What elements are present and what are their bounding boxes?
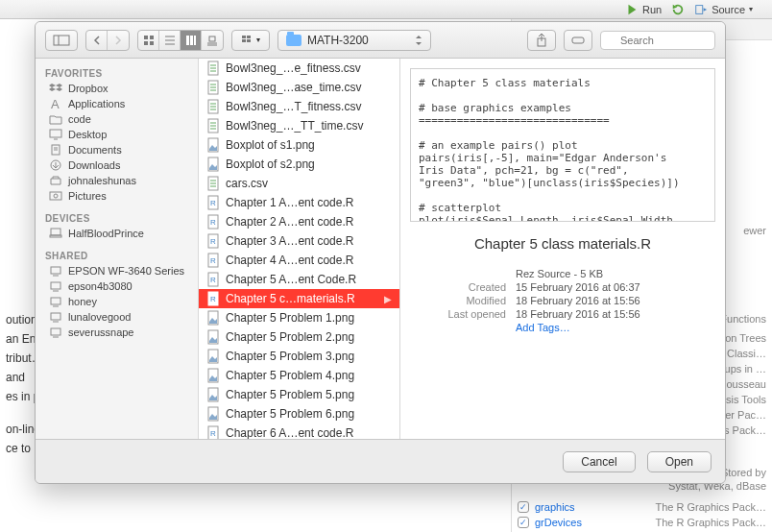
file-row[interactable]: Boxplot of s1.png (199, 135, 399, 155)
package-name[interactable]: grDevices (535, 517, 582, 528)
file-row[interactable]: RChapter 2 A…ent code.R (199, 212, 399, 231)
svg-rect-42 (50, 130, 61, 137)
meta-created: 15 February 2016 at 06:37 (516, 281, 640, 293)
file-icon (206, 60, 220, 76)
file-row[interactable]: Bowl3neg_…e_fitness.csv (199, 59, 399, 78)
file-row[interactable]: Chapter 5 Problem 6.png (199, 404, 399, 423)
meta-modified: 18 February 2016 at 15:56 (516, 295, 640, 306)
sidebar-item[interactable]: EPSON WF-3640 Series (36, 263, 198, 278)
sidebar-item[interactable]: Downloads (36, 157, 198, 173)
meta-kind: Rez Source - 5 KB (516, 268, 603, 279)
file-icon (206, 99, 220, 114)
cancel-button[interactable]: Cancel (563, 451, 635, 472)
file-column[interactable]: Bowl3neg_…e_fitness.csvBowl3neg_…ase_tim… (199, 59, 400, 439)
run-button[interactable]: Run (625, 3, 662, 16)
file-row[interactable]: Chapter 5 Problem 4.png (199, 366, 399, 385)
sidebar-header-favorites: Favorites (36, 64, 198, 81)
sidebar-item[interactable]: johnaleshunas (36, 173, 198, 188)
file-row[interactable]: Bowl3neg_…_TT_time.csv (199, 116, 399, 135)
sidebar-icon (49, 113, 62, 125)
file-row[interactable]: RChapter 3 A…ent code.R (199, 231, 399, 251)
svg-rect-53 (51, 267, 60, 274)
file-row[interactable]: Chapter 5 Problem 3.png (199, 347, 399, 366)
source-label: Source (712, 4, 745, 15)
source-icon (694, 3, 708, 16)
file-row[interactable]: Boxplot of s2.png (199, 155, 399, 174)
file-name: Chapter 5 A…ent Code.R (226, 273, 356, 286)
file-row[interactable]: RChapter 5 A…ent Code.R (199, 270, 399, 289)
file-row[interactable]: Chapter 5 Problem 5.png (199, 385, 399, 404)
file-row[interactable]: RChapter 5 c…materials.R▶ (199, 289, 399, 308)
add-tags-link[interactable]: Add Tags… (516, 322, 570, 333)
svg-rect-23 (209, 36, 215, 41)
sidebar-item[interactable]: Desktop (36, 127, 198, 142)
package-row[interactable]: ✓ grDevices The R Graphics Pack… (518, 515, 766, 530)
file-name: Chapter 6 A…ent code.R (226, 426, 353, 439)
sidebar-item-label: EPSON WF-3640 Series (68, 265, 184, 277)
arrange-button[interactable]: ▾ (231, 30, 270, 51)
file-row[interactable]: Chapter 5 Problem 2.png (199, 327, 399, 347)
share-icon (536, 34, 547, 47)
file-name: Boxplot of s2.png (226, 157, 315, 171)
viewer-tab-fragment: ewer (743, 225, 766, 236)
icon-view-button[interactable] (138, 31, 159, 50)
svg-marker-37 (49, 84, 56, 87)
sidebar-item[interactable]: AApplications (36, 96, 198, 111)
sidebar-item[interactable]: severussnape (36, 325, 198, 340)
package-row[interactable]: ✓ graphics The R Graphics Pack… (518, 499, 766, 515)
checkbox-icon[interactable]: ✓ (518, 501, 529, 513)
rstudio-source-toolbar: Run Source ▾ (0, 0, 772, 19)
folder-icon (286, 35, 302, 46)
sidebar-item[interactable]: code (36, 111, 198, 127)
sidebar-header-shared: Shared (36, 247, 198, 263)
file-icon (206, 406, 220, 422)
file-row[interactable]: Bowl3neg_…ase_time.csv (199, 78, 399, 97)
share-button[interactable] (527, 30, 556, 51)
sidebar-item[interactable]: honey (36, 294, 198, 309)
checkbox-icon[interactable]: ✓ (518, 517, 529, 528)
updown-icon (415, 36, 422, 45)
open-button[interactable]: Open (647, 451, 712, 472)
file-row[interactable]: RChapter 6 A…ent code.R (199, 423, 399, 439)
forward-button[interactable] (108, 31, 129, 50)
source-button[interactable]: Source ▾ (694, 3, 753, 16)
grid-icon (143, 35, 155, 46)
svg-marker-0 (628, 4, 636, 14)
rerun-button[interactable] (671, 3, 685, 16)
file-row[interactable]: Bowl3neg_…T_fitness.csv (199, 97, 399, 116)
sidebar-item-label: Applications (68, 98, 125, 109)
file-row[interactable]: RChapter 1 A…ent code.R (199, 193, 399, 212)
sidebar-item[interactable]: lunalovegood (36, 309, 198, 325)
file-name: Boxplot of s1.png (226, 138, 315, 152)
list-icon (164, 35, 176, 46)
sidebar-item[interactable]: Pictures (36, 188, 198, 204)
sidebar-item[interactable]: Documents (36, 142, 198, 157)
file-name: Bowl3neg_…T_fitness.csv (226, 100, 361, 113)
column-view-button[interactable] (181, 31, 202, 50)
tags-button[interactable] (564, 30, 592, 51)
file-row[interactable]: Chapter 5 Problem 1.png (199, 308, 399, 327)
svg-marker-30 (416, 36, 422, 38)
list-view-button[interactable] (159, 31, 181, 50)
sidebar-item[interactable]: HalfBloodPrince (36, 226, 198, 241)
sidebar-item[interactable]: Dropbox (36, 81, 198, 96)
sidebar-item[interactable]: epson4b3080 (36, 278, 198, 294)
file-name: Bowl3neg_…_TT_time.csv (226, 119, 363, 133)
file-row[interactable]: cars.csv (199, 174, 399, 193)
path-popup[interactable]: MATH-3200 (277, 30, 431, 51)
back-button[interactable] (86, 31, 108, 50)
svg-rect-29 (247, 39, 251, 42)
package-name[interactable]: graphics (535, 501, 575, 513)
sidebar-item-label: severussnape (68, 326, 134, 338)
tag-icon (571, 35, 585, 46)
search-input[interactable] (600, 31, 715, 50)
sidebar-item-label: code (68, 113, 91, 125)
svg-rect-61 (51, 328, 60, 335)
svg-marker-40 (56, 87, 62, 91)
file-name: Bowl3neg_…ase_time.csv (226, 81, 361, 94)
coverflow-view-button[interactable] (202, 31, 223, 50)
file-row[interactable]: RChapter 4 A…ent code.R (199, 251, 399, 270)
meta-opened: 18 February 2016 at 15:56 (516, 308, 640, 320)
svg-rect-49 (50, 192, 61, 200)
sidebar-toggle-button[interactable] (45, 30, 78, 51)
